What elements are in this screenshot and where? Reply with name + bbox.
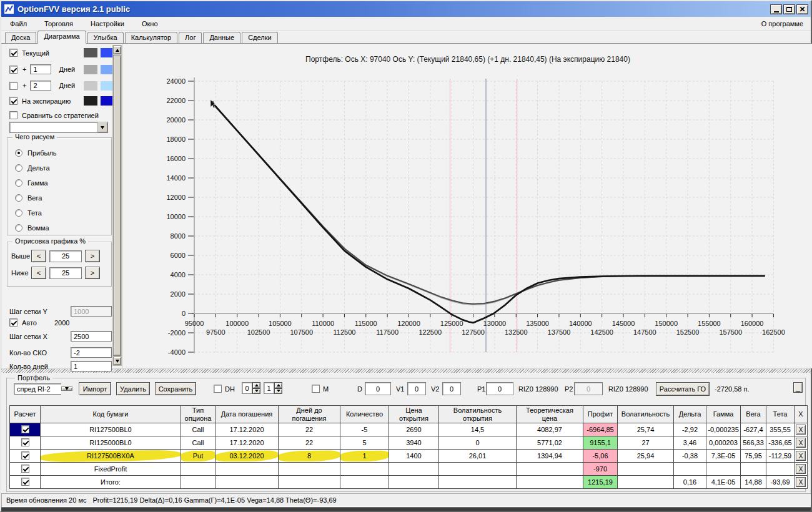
p1-input[interactable] [486, 382, 513, 395]
below-increase-button[interactable]: > [85, 267, 100, 279]
column-header-profit[interactable]: Профит [583, 406, 618, 423]
calculate-go-button[interactable]: Рассчитать ГО [656, 382, 710, 396]
menu-item-window[interactable]: Окно [133, 18, 167, 29]
below-decrease-button[interactable]: < [31, 267, 46, 279]
column-header-option-type[interactable]: Тип опциона [181, 406, 215, 423]
legend-checkbox-expiration[interactable] [9, 97, 17, 105]
draw-option-gamma[interactable]: Гамма [15, 179, 48, 187]
column-header-open-volatility[interactable]: Волатильность открытия [439, 406, 517, 423]
days-input-plus-2-days[interactable] [30, 81, 51, 91]
column-header-open-price[interactable]: Цена открытия [389, 406, 439, 423]
v2-input[interactable] [442, 382, 461, 395]
row-delete-button[interactable]: X [796, 464, 806, 474]
minimize-button[interactable] [770, 4, 782, 14]
radio-theta[interactable] [15, 209, 22, 217]
dh-checkbox[interactable] [214, 385, 222, 393]
close-button[interactable]: ✕ [796, 4, 808, 14]
tab-smile[interactable]: Улыбка [87, 32, 124, 43]
radio-profit[interactable] [15, 149, 22, 157]
radio-vomma[interactable] [15, 224, 22, 232]
column-header-calc[interactable]: Расчет [10, 406, 41, 423]
import-button[interactable]: Импорт [79, 382, 111, 395]
grid-step-x-input[interactable] [71, 331, 112, 342]
maximize-button[interactable] [783, 4, 795, 14]
dh-spinner-2[interactable]: 1 [264, 382, 282, 394]
sko-count-input[interactable] [71, 347, 112, 358]
compare-strategy-checkbox[interactable] [9, 111, 17, 119]
days-count-input[interactable] [71, 361, 112, 372]
radio-gamma[interactable] [15, 179, 22, 187]
draw-option-theta[interactable]: Тета [15, 209, 42, 217]
column-header-theoretical-price[interactable]: Теоретическая цена [517, 406, 583, 423]
legend-checkbox-plus-1-day[interactable] [9, 66, 17, 74]
column-header-theta[interactable]: Тета [766, 406, 795, 423]
spin-up-icon[interactable] [252, 382, 260, 388]
profit-chart[interactable]: 2400022000200001800016000140001200010000… [123, 44, 812, 368]
collapse-panel-button[interactable]: _ [793, 382, 803, 393]
scroll-down-icon[interactable] [113, 357, 121, 365]
chevron-down-icon[interactable] [97, 122, 108, 133]
radio-delta[interactable] [15, 164, 22, 172]
row-calc-checkbox[interactable] [21, 438, 29, 446]
spin-down-icon[interactable] [252, 388, 260, 395]
strategy-select[interactable] [9, 122, 108, 133]
row-delete-button[interactable]: X [796, 477, 806, 487]
sidebar-scrollbar[interactable] [112, 45, 122, 366]
menu-item-about[interactable]: О программе [761, 20, 811, 27]
above-increase-button[interactable]: > [85, 250, 100, 262]
column-header-volatility[interactable]: Волатильность [618, 406, 674, 423]
column-header-quantity[interactable]: Количество [340, 406, 389, 423]
row-delete-button[interactable]: X [796, 425, 806, 435]
radio-vega[interactable] [15, 194, 22, 202]
row-delete-button[interactable]: X [796, 438, 806, 448]
days-input-plus-1-day[interactable] [30, 64, 51, 74]
column-header-vega[interactable]: Вега [741, 406, 766, 423]
menu-item-trading[interactable]: Торговля [36, 18, 82, 29]
below-percent-input[interactable] [49, 267, 82, 279]
title-bar[interactable]: OptionFVV версия 2.1 public ✕ [1, 1, 811, 17]
tab-board[interactable]: Доска [5, 32, 36, 43]
tab-diagram[interactable]: Диаграмма [37, 31, 86, 44]
scroll-up-icon[interactable] [113, 46, 121, 54]
tab-trades[interactable]: Сделки [242, 32, 278, 43]
draw-option-vega[interactable]: Вега [15, 194, 42, 202]
svg-text:24000: 24000 [166, 77, 186, 85]
save-button[interactable]: Сохранить [155, 382, 196, 395]
column-header-delete[interactable]: X [795, 406, 808, 423]
row-delete-button[interactable]: X [796, 451, 806, 461]
draw-option-vomma[interactable]: Вомма [15, 224, 49, 232]
column-header-gamma[interactable]: Гамма [706, 406, 741, 423]
row-calc-checkbox[interactable] [21, 465, 29, 473]
column-header-days-to-expiry[interactable]: Дней до погашения [279, 406, 340, 423]
above-decrease-button[interactable]: < [31, 250, 46, 262]
spin-up-icon[interactable] [274, 382, 282, 388]
delete-button[interactable]: Удалить [116, 382, 150, 395]
row-calc-checkbox[interactable] [21, 451, 29, 460]
menu-item-settings[interactable]: Настройки [82, 18, 133, 29]
legend-checkbox-current[interactable] [9, 49, 17, 57]
legend-checkbox-plus-2-days[interactable] [9, 82, 17, 90]
m-checkbox[interactable] [312, 385, 320, 393]
d-input[interactable] [365, 382, 391, 395]
menu-item-file[interactable]: Файл [1, 18, 36, 29]
column-header-code[interactable]: Код бумаги [41, 406, 181, 423]
above-percent-input[interactable] [49, 250, 82, 262]
scrollbar-thumb[interactable] [113, 55, 121, 356]
column-header-delta[interactable]: Дельта [674, 406, 706, 423]
horizontal-splitter[interactable] [1, 368, 811, 373]
tab-data[interactable]: Данные [203, 32, 240, 43]
volatility-cell [618, 476, 674, 489]
chevron-down-icon[interactable] [61, 386, 72, 391]
row-calc-checkbox[interactable] [21, 478, 29, 486]
dh-spinner-1[interactable]: 0 [242, 382, 260, 394]
draw-option-delta[interactable]: Дельта [15, 164, 50, 172]
spin-down-icon[interactable] [274, 388, 282, 395]
auto-grid-checkbox[interactable] [9, 318, 17, 327]
draw-option-profit[interactable]: Прибыль [15, 149, 57, 157]
portfolio-preset-select[interactable]: спред RI-2 [14, 382, 72, 395]
column-header-expiry-date[interactable]: Дата погашения [215, 406, 279, 423]
row-calc-checkbox[interactable] [21, 425, 29, 433]
v1-input[interactable] [407, 382, 426, 395]
tab-calculator[interactable]: Калькулятор [125, 32, 177, 43]
tab-log[interactable]: Лог [179, 32, 202, 43]
